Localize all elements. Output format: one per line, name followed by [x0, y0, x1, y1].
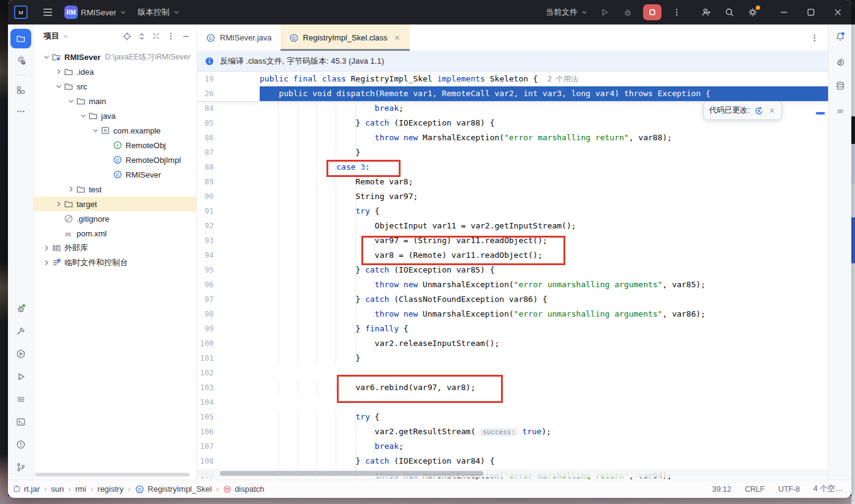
- breadcrumb-registryimpl_skel[interactable]: CRegistryImpl_Skel: [135, 484, 212, 494]
- chevron-down-icon[interactable]: [42, 53, 51, 61]
- line-number[interactable]: 87: [197, 145, 260, 160]
- chevron-down-icon[interactable]: [54, 82, 64, 91]
- breadcrumb-sun[interactable]: sun: [51, 484, 64, 494]
- tree-item-com.example[interactable]: com.example: [34, 123, 197, 138]
- line-number[interactable]: 89: [197, 175, 260, 189]
- tree-item-remoteobjimpl[interactable]: CRemoteObjImpl: [34, 152, 197, 167]
- chevron-right-icon[interactable]: [42, 258, 51, 267]
- line-number[interactable]: 101: [197, 351, 260, 366]
- tree-item-pom.xml[interactable]: mpom.xml: [34, 226, 197, 241]
- line-number[interactable]: 99: [197, 322, 260, 336]
- run-tool-button[interactable]: [10, 366, 31, 387]
- line-number[interactable]: 105: [197, 410, 260, 424]
- line-ending-widget[interactable]: CRLF: [745, 485, 765, 494]
- git-tool-button[interactable]: [10, 457, 31, 478]
- tree-item-rmisever[interactable]: CRMISever: [34, 167, 197, 182]
- line-number[interactable]: 95: [197, 263, 260, 277]
- window-maximize-button[interactable]: [797, 0, 824, 24]
- line-number[interactable]: 92: [197, 219, 260, 233]
- tree-item-.gitignore[interactable]: .gitignore: [34, 211, 197, 226]
- tab-close-icon[interactable]: [393, 34, 401, 42]
- ai-assistant-tool-button[interactable]: [830, 51, 851, 72]
- line-number[interactable]: 102: [197, 366, 260, 380]
- breadcrumb-rt.jar[interactable]: rt.jar: [13, 484, 40, 494]
- reload-changed-classes-icon[interactable]: [754, 106, 764, 116]
- chevron-right-icon[interactable]: [66, 185, 76, 194]
- tree-item-row-13[interactable]: 外部库: [34, 241, 197, 255]
- tab-options-button[interactable]: [801, 24, 828, 51]
- more-options-button[interactable]: [166, 31, 176, 41]
- line-number[interactable]: 93: [197, 233, 260, 248]
- commit-tool-button[interactable]: ?: [10, 50, 31, 70]
- line-number[interactable]: 19: [197, 72, 260, 86]
- stop-button[interactable]: [643, 4, 661, 20]
- line-number[interactable]: 91: [197, 204, 260, 219]
- tree-item-rmisever[interactable]: RMISeverD:\javaEE练习\RMISever: [34, 50, 197, 64]
- breadcrumb-dispatch[interactable]: mdispatch: [223, 484, 264, 494]
- tree-item-row-14[interactable]: 临时文件和控制台: [34, 255, 197, 270]
- expand-collapse-button[interactable]: [137, 32, 146, 41]
- line-number[interactable]: 96: [197, 277, 260, 292]
- line-number[interactable]: 86: [197, 130, 260, 145]
- project-panel-hscrollbar[interactable]: [35, 473, 190, 476]
- chevron-right-icon[interactable]: [42, 244, 51, 252]
- tab-registryimpl_skel.class[interactable]: CRegistryImpl_Skel.class: [281, 24, 410, 51]
- notifications-tool-button[interactable]: [830, 26, 851, 47]
- line-number[interactable]: 100: [197, 336, 260, 351]
- database-tool-button[interactable]: [830, 75, 851, 96]
- line-number[interactable]: 90: [197, 189, 260, 204]
- project-panel-title[interactable]: 项目: [43, 31, 69, 42]
- collapse-all-button[interactable]: [152, 32, 160, 40]
- line-number[interactable]: 103: [197, 380, 260, 395]
- settings-button[interactable]: [744, 4, 762, 21]
- line-number[interactable]: 84: [197, 101, 260, 116]
- tree-item-java[interactable]: java: [34, 108, 197, 123]
- caret-position-widget[interactable]: 39:12: [712, 485, 731, 494]
- tree-item-.idea[interactable]: .idea: [34, 64, 197, 79]
- build-tool-button[interactable]: [10, 321, 31, 342]
- indent-widget[interactable]: 4 个空…: [813, 484, 843, 494]
- hide-panel-button[interactable]: [181, 32, 190, 41]
- run-button[interactable]: [595, 4, 614, 21]
- line-number[interactable]: 94: [197, 248, 260, 263]
- chevron-down-icon[interactable]: [66, 97, 76, 105]
- maven-tool-button[interactable]: m: [830, 100, 851, 121]
- breadcrumb-rmi[interactable]: rmi: [75, 484, 86, 494]
- window-close-button[interactable]: [824, 0, 851, 24]
- tree-item-target[interactable]: target: [34, 197, 197, 211]
- line-number[interactable]: 107: [197, 439, 260, 454]
- vcs-widget[interactable]: 版本控制: [138, 7, 180, 18]
- chevron-down-icon[interactable]: [78, 111, 88, 120]
- window-minimize-button[interactable]: [770, 0, 797, 24]
- chevron-down-icon[interactable]: [91, 126, 100, 135]
- project-tool-button[interactable]: [10, 29, 31, 48]
- tree-item-remoteobj[interactable]: IRemoteObj: [34, 138, 197, 152]
- more-tool-button[interactable]: [10, 102, 31, 121]
- tree-item-test[interactable]: test: [34, 182, 197, 197]
- line-number[interactable]: 108: [197, 454, 260, 468]
- close-icon[interactable]: [768, 107, 776, 115]
- waves-tool-button[interactable]: [10, 389, 31, 410]
- line-number[interactable]: 88: [197, 160, 260, 175]
- encoding-widget[interactable]: UTF-8: [778, 485, 800, 494]
- line-number[interactable]: 85: [197, 116, 260, 130]
- line-number[interactable]: 98: [197, 307, 260, 322]
- services-tool-button[interactable]: [10, 344, 31, 364]
- structure-tool-button[interactable]: [10, 80, 31, 100]
- project-widget[interactable]: RM RMISever: [64, 6, 127, 19]
- tree-item-main[interactable]: main: [34, 94, 197, 108]
- more-actions-button[interactable]: [668, 4, 686, 21]
- line-number[interactable]: 97: [197, 292, 260, 307]
- editor-hscrollbar-thumb[interactable]: [220, 471, 483, 476]
- line-number[interactable]: 104: [197, 395, 260, 410]
- debug-tool-button[interactable]: [10, 298, 31, 319]
- problems-tool-button[interactable]: [10, 434, 31, 455]
- debug-button[interactable]: [619, 4, 637, 21]
- line-number[interactable]: 106: [197, 424, 260, 439]
- locate-button[interactable]: [122, 32, 132, 41]
- chevron-right-icon[interactable]: [54, 200, 64, 208]
- code-with-me-button[interactable]: [697, 4, 715, 21]
- search-everywhere-button[interactable]: [720, 4, 739, 21]
- terminal-tool-button[interactable]: [10, 412, 31, 432]
- breadcrumb-registry[interactable]: registry: [97, 484, 124, 494]
